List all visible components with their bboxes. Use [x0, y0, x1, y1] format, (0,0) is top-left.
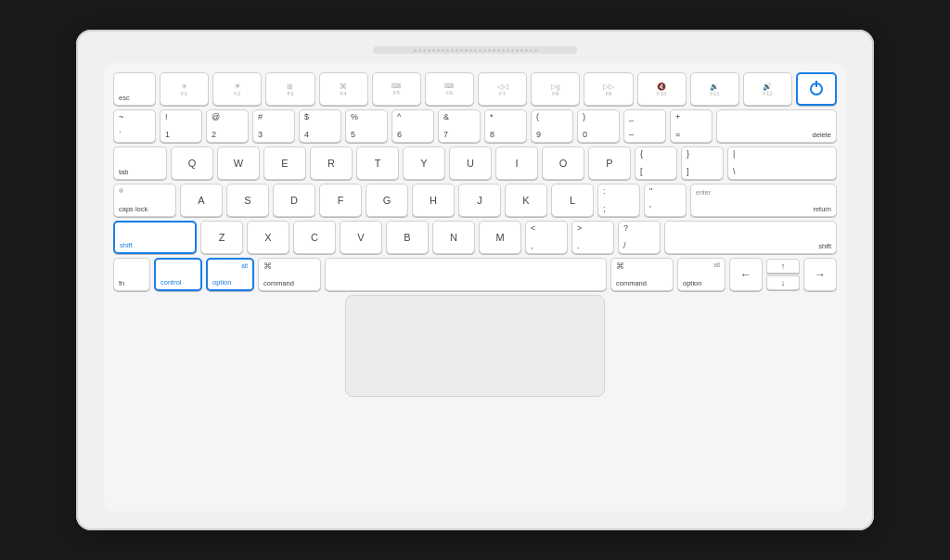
key-f2[interactable]: ☀F2: [212, 72, 262, 106]
key-m[interactable]: M: [479, 221, 521, 254]
key-q[interactable]: Q: [171, 146, 213, 180]
key-r[interactable]: R: [310, 146, 353, 180]
key-semicolon[interactable]: :;: [597, 184, 640, 217]
trackpad[interactable]: [345, 295, 605, 397]
key-f4[interactable]: ⌘F4: [319, 72, 368, 106]
key-arrow-left[interactable]: ←: [729, 258, 763, 291]
key-f3[interactable]: ⊞F3: [265, 72, 315, 106]
key-c[interactable]: C: [293, 221, 336, 254]
key-w[interactable]: W: [217, 146, 260, 180]
key-esc[interactable]: esc: [113, 72, 156, 106]
key-f8[interactable]: ▷||F8: [531, 72, 580, 106]
bottom-row: fn control alt option ⌘ command ⌘ comman…: [113, 258, 837, 291]
key-bracket-open[interactable]: {[: [635, 146, 677, 180]
laptop-body: esc ☀F1 ☀F2 ⊞F3 ⌘F4 ⌨F5 ⌨F6 ◁◁F7: [76, 30, 874, 530]
key-f9[interactable]: ▷▷F9: [584, 72, 633, 106]
key-6[interactable]: ^6: [392, 109, 434, 143]
key-t[interactable]: T: [356, 146, 399, 180]
key-9[interactable]: (9: [531, 109, 573, 143]
key-f7[interactable]: ◁◁F7: [478, 72, 527, 106]
key-capslock[interactable]: caps lock: [113, 184, 176, 217]
key-a[interactable]: A: [180, 184, 223, 217]
shift-row: shift Z X C V B N M <, >. ?/ shift: [113, 221, 837, 254]
key-arrow-right[interactable]: →: [803, 258, 837, 291]
key-l[interactable]: L: [551, 184, 594, 217]
key-4[interactable]: $4: [299, 109, 341, 143]
key-shift-right[interactable]: shift: [664, 221, 837, 254]
key-option-left[interactable]: alt option: [206, 258, 254, 291]
key-7[interactable]: &7: [438, 109, 481, 143]
key-f10[interactable]: 🔇F10: [637, 72, 687, 106]
key-backslash[interactable]: |\: [727, 146, 837, 180]
key-command-right[interactable]: ⌘ command: [610, 258, 674, 291]
key-8[interactable]: *8: [484, 109, 527, 143]
key-f5[interactable]: ⌨F5: [372, 72, 421, 106]
key-n[interactable]: N: [432, 221, 475, 254]
qwerty-row: tab Q W E R T Y U I O P {[ }] |\: [113, 146, 837, 180]
key-tilde[interactable]: ~`: [113, 109, 156, 143]
key-b[interactable]: B: [386, 221, 429, 254]
key-i[interactable]: I: [495, 146, 538, 180]
key-3[interactable]: #3: [252, 109, 295, 143]
key-option-right[interactable]: alt option: [677, 258, 725, 291]
key-d[interactable]: D: [273, 184, 315, 217]
key-quote[interactable]: "': [644, 184, 687, 217]
key-f12[interactable]: 🔊F12: [743, 72, 792, 106]
key-y[interactable]: Y: [403, 146, 445, 180]
key-command-left[interactable]: ⌘ command: [258, 258, 321, 291]
key-power[interactable]: [796, 72, 837, 106]
key-minus[interactable]: _–: [623, 109, 666, 143]
key-f6[interactable]: ⌨F6: [425, 72, 474, 106]
key-arrow-down[interactable]: ↓: [766, 275, 800, 290]
key-x[interactable]: X: [247, 221, 289, 254]
key-control[interactable]: control: [154, 258, 202, 291]
key-f1[interactable]: ☀F1: [160, 72, 209, 106]
arrow-up-down-col: ↑ ↓: [766, 259, 800, 290]
key-o[interactable]: O: [542, 146, 584, 180]
key-z[interactable]: Z: [200, 221, 243, 254]
key-bracket-close[interactable]: }]: [681, 146, 724, 180]
speaker-bar: [373, 46, 577, 54]
key-k[interactable]: K: [505, 184, 547, 217]
key-5[interactable]: %5: [345, 109, 388, 143]
key-0[interactable]: )0: [577, 109, 620, 143]
key-fn[interactable]: fn: [113, 258, 150, 291]
key-delete[interactable]: delete: [716, 109, 837, 143]
key-1[interactable]: !1: [160, 109, 202, 143]
key-equals[interactable]: +=: [670, 109, 712, 143]
keyboard-area: esc ☀F1 ☀F2 ⊞F3 ⌘F4 ⌨F5 ⌨F6 ◁◁F7: [104, 63, 846, 512]
key-e[interactable]: E: [263, 146, 306, 180]
key-enter[interactable]: enter return: [690, 184, 837, 217]
key-period[interactable]: >.: [571, 221, 614, 254]
key-shift-left[interactable]: shift: [113, 221, 197, 254]
key-slash[interactable]: ?/: [618, 221, 661, 254]
key-space[interactable]: [325, 258, 607, 291]
key-tab[interactable]: tab: [113, 146, 167, 180]
fn-row: esc ☀F1 ☀F2 ⊞F3 ⌘F4 ⌨F5 ⌨F6 ◁◁F7: [113, 72, 837, 106]
key-j[interactable]: J: [458, 184, 501, 217]
key-v[interactable]: V: [340, 221, 382, 254]
number-row: ~` !1 @2 #3 $4 %5 ^6 &7: [113, 109, 837, 143]
key-f[interactable]: F: [319, 184, 362, 217]
key-s[interactable]: S: [226, 184, 269, 217]
key-f11[interactable]: 🔉F11: [690, 72, 739, 106]
key-arrow-up[interactable]: ↑: [766, 259, 800, 274]
key-h[interactable]: H: [412, 184, 455, 217]
key-p[interactable]: P: [588, 146, 631, 180]
key-2[interactable]: @2: [206, 109, 249, 143]
key-u[interactable]: U: [449, 146, 492, 180]
power-icon: [810, 83, 823, 95]
key-g[interactable]: G: [366, 184, 408, 217]
home-row: caps lock A S D F G H J K L :; "' enter …: [113, 184, 837, 217]
key-comma[interactable]: <,: [525, 221, 568, 254]
